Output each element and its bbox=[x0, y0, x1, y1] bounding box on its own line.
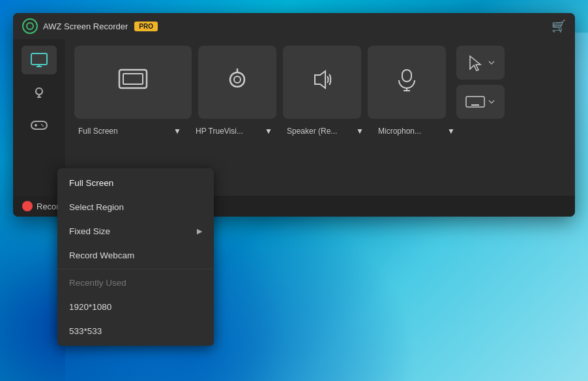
mic-chevron: ▼ bbox=[447, 127, 455, 136]
webcam-icon bbox=[223, 67, 252, 97]
right-controls bbox=[456, 46, 505, 119]
sidebar-item-game[interactable] bbox=[22, 111, 57, 140]
webcam-card[interactable] bbox=[198, 46, 276, 119]
speaker-dropdown[interactable]: Speaker (Re... ▼ bbox=[283, 124, 368, 138]
menu-item-select-region-label: Select Region bbox=[69, 202, 124, 212]
menu-item-533-533-label: 533*533 bbox=[69, 326, 102, 336]
svg-rect-0 bbox=[31, 53, 47, 65]
screen-mode-chevron: ▼ bbox=[173, 127, 181, 136]
screen-mode-icon bbox=[117, 67, 149, 97]
svg-point-10 bbox=[42, 125, 44, 127]
dropdown-menu: Full Screen Select Region Fixed Size ▶ R… bbox=[57, 168, 214, 346]
screen-icon bbox=[30, 52, 48, 68]
cursor-icon bbox=[465, 52, 486, 73]
speaker-chevron: ▼ bbox=[356, 127, 364, 136]
menu-item-1920-1080-label: 1920*1080 bbox=[69, 302, 111, 312]
screen-mode-card[interactable] bbox=[74, 46, 192, 119]
chevron-down-icon bbox=[487, 58, 496, 67]
mic-label: Microphon... bbox=[378, 127, 421, 136]
webcam-label: HP TrueVisi... bbox=[196, 127, 243, 136]
svg-point-9 bbox=[41, 124, 42, 125]
webcam-chevron: ▼ bbox=[265, 127, 272, 136]
control-buttons bbox=[74, 46, 566, 119]
svg-point-14 bbox=[234, 76, 241, 83]
speaker-label: Speaker (Re... bbox=[287, 127, 337, 136]
keyboard-icon bbox=[465, 94, 486, 110]
menu-item-record-webcam-label: Record Webcam bbox=[69, 251, 134, 260]
webcam-dropdown[interactable]: HP TrueVisi... ▼ bbox=[192, 124, 276, 138]
screen-mode-label: Full Screen bbox=[78, 127, 118, 136]
svg-point-13 bbox=[230, 72, 244, 87]
menu-item-full-screen-label: Full Screen bbox=[69, 178, 113, 188]
dropdowns-row: Full Screen ▼ HP TrueVisi... ▼ Speaker (… bbox=[74, 124, 566, 138]
screen-mode-dropdown[interactable]: Full Screen ▼ bbox=[74, 124, 185, 138]
mic-dropdown[interactable]: Microphon... ▼ bbox=[374, 124, 459, 138]
menu-item-select-region[interactable]: Select Region bbox=[57, 195, 214, 219]
app-title: AWZ Screen Recorder bbox=[43, 22, 128, 31]
sidebar-item-audio[interactable] bbox=[22, 78, 57, 107]
svg-marker-16 bbox=[315, 71, 325, 88]
menu-divider bbox=[57, 269, 214, 269]
desktop: AWZ Screen Recorder PRO 🛒 bbox=[0, 0, 588, 381]
cart-icon[interactable]: 🛒 bbox=[551, 19, 566, 33]
svg-rect-17 bbox=[402, 70, 411, 82]
speaker-card[interactable] bbox=[283, 46, 361, 119]
audio-icon bbox=[31, 85, 47, 100]
app-logo-inner bbox=[26, 22, 34, 30]
fixed-size-arrow-icon: ▶ bbox=[197, 227, 202, 236]
menu-item-fixed-size-label: Fixed Size bbox=[69, 226, 110, 236]
record-dot-icon bbox=[22, 201, 33, 211]
svg-rect-12 bbox=[123, 74, 143, 84]
game-icon bbox=[31, 119, 48, 132]
mic-icon bbox=[394, 67, 420, 97]
menu-item-1920-1080[interactable]: 1920*1080 bbox=[57, 295, 214, 319]
pro-badge: PRO bbox=[134, 22, 158, 31]
menu-item-533-533[interactable]: 533*533 bbox=[57, 319, 214, 343]
recently-used-label: Recently Used bbox=[57, 271, 214, 295]
svg-rect-6 bbox=[31, 121, 47, 129]
menu-item-fixed-size[interactable]: Fixed Size ▶ bbox=[57, 219, 214, 243]
cursor-card[interactable] bbox=[456, 46, 505, 80]
mic-card[interactable] bbox=[368, 46, 446, 119]
app-logo bbox=[22, 18, 38, 34]
menu-item-record-webcam[interactable]: Record Webcam bbox=[57, 243, 214, 267]
keyboard-card[interactable] bbox=[456, 85, 505, 119]
chevron-down-icon-2 bbox=[487, 97, 496, 106]
title-bar: AWZ Screen Recorder PRO 🛒 bbox=[13, 13, 575, 39]
menu-item-full-screen[interactable]: Full Screen bbox=[57, 171, 214, 195]
sidebar-item-screen[interactable] bbox=[22, 46, 57, 74]
speaker-icon bbox=[307, 67, 337, 97]
